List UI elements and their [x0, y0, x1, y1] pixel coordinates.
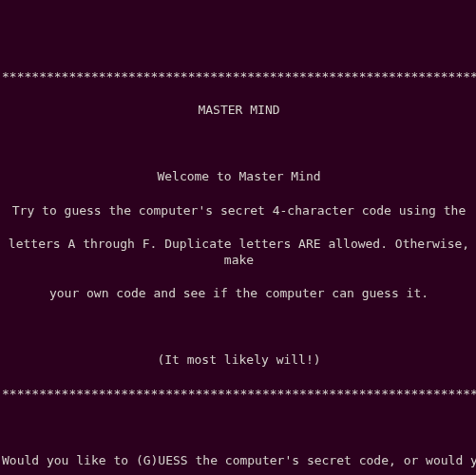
instructions-line-2: letters A through F. Duplicate letters A… [2, 236, 476, 269]
game-title: MASTER MIND [2, 102, 476, 119]
blank [2, 419, 476, 436]
instructions-line-1: Try to guess the computer's secret 4-cha… [2, 202, 476, 219]
tagline: (It most likely will!) [2, 352, 476, 369]
border-bottom: ****************************************… [2, 386, 476, 403]
border-top: ****************************************… [2, 68, 476, 86]
welcome-line: Welcome to Master Mind [2, 168, 476, 185]
instructions-line-3: your own code and see if the computer ca… [2, 285, 476, 302]
blank [2, 135, 476, 152]
prompt-choice-1: Would you like to (G)UESS the computer's… [2, 452, 476, 469]
blank [2, 318, 476, 335]
